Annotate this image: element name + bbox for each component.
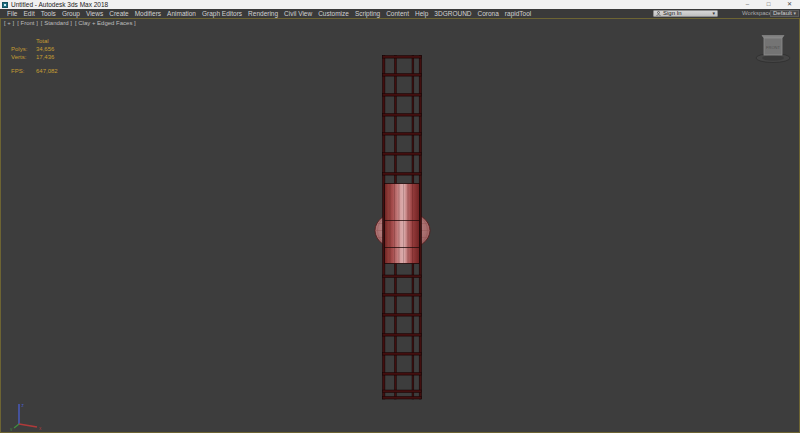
menu-file[interactable]: File: [6, 9, 18, 18]
sign-in-button[interactable]: Sign In ▾: [653, 10, 718, 17]
statistics-overlay: Total Polys: 34,656 Verts: 17,436 FPS: 6…: [11, 37, 58, 75]
person-icon: [656, 11, 661, 16]
menu-customize[interactable]: Customize: [317, 9, 350, 18]
menu-animation[interactable]: Animation: [166, 9, 197, 18]
model-tower-wireframe[interactable]: [369, 51, 435, 403]
menu-scripting[interactable]: Scripting: [354, 9, 381, 18]
viewport-pov-menu[interactable]: [ Front ]: [17, 20, 38, 27]
stats-polys-label: Polys:: [11, 45, 36, 53]
menu-corona[interactable]: Corona: [477, 9, 500, 18]
sign-in-label: Sign In: [663, 10, 710, 17]
world-axis-tripod: z y x: [7, 399, 47, 431]
menu-edit[interactable]: Edit: [22, 9, 35, 18]
model-cylinder: [385, 184, 420, 264]
menu-views[interactable]: Views: [85, 9, 104, 18]
menu-bar: File Edit Tools Group Views Create Modif…: [0, 9, 800, 18]
maximize-button[interactable]: □: [758, 0, 779, 9]
close-button[interactable]: ✕: [779, 0, 800, 9]
menu-help[interactable]: Help: [414, 9, 429, 18]
viewport-shading-menu[interactable]: [ Clay + Edged Faces ]: [75, 20, 136, 27]
title-bar: Untitled - Autodesk 3ds Max 2018 – □ ✕: [0, 0, 800, 9]
minimize-button[interactable]: –: [737, 0, 758, 9]
menu-content[interactable]: Content: [385, 9, 410, 18]
menu-rendering[interactable]: Rendering: [247, 9, 279, 18]
stats-verts-row: Verts: 17,436: [11, 53, 58, 61]
viewport-renderer-menu[interactable]: [ Standard ]: [41, 20, 72, 27]
viewcube-front-face-label[interactable]: FRONT: [766, 45, 780, 50]
window-title: Untitled - Autodesk 3ds Max 2018: [11, 0, 108, 9]
menu-3dground[interactable]: 3DGROUND: [433, 9, 472, 18]
menu-create[interactable]: Create: [108, 9, 130, 18]
menu-group[interactable]: Group: [61, 9, 81, 18]
stats-polys-row: Polys: 34,656: [11, 45, 58, 53]
workspaces-value: Default: [773, 10, 793, 17]
window-controls: – □ ✕: [737, 0, 800, 9]
menu-civil-view[interactable]: Civil View: [283, 9, 313, 18]
menu-modifiers[interactable]: Modifiers: [134, 9, 162, 18]
chevron-down-icon: ▾: [793, 10, 796, 17]
view-cube[interactable]: FRONT: [751, 31, 795, 65]
sign-in-dropdown-arrow: ▾: [712, 10, 715, 17]
stats-fps-label: FPS:: [11, 67, 36, 75]
viewport-label-row: [ + ] [ Front ] [ Standard ] [ Clay + Ed…: [4, 20, 136, 27]
stats-fps-row: FPS: 647,082: [11, 67, 58, 75]
stats-total-header: Total: [11, 37, 58, 45]
stats-verts-value: 17,436: [36, 53, 54, 61]
axis-z-label: z: [22, 403, 25, 408]
workspaces-dropdown[interactable]: Default ▾: [770, 10, 799, 17]
stats-fps-value: 647,082: [36, 67, 58, 75]
viewport-general-menu[interactable]: [ + ]: [4, 20, 14, 27]
3ds-max-logo-icon: [2, 2, 8, 8]
axis-x-label: x: [39, 426, 42, 431]
stats-polys-value: 34,656: [36, 45, 54, 53]
3ds-max-window: Untitled - Autodesk 3ds Max 2018 – □ ✕ F…: [0, 0, 800, 433]
menu-rapidtool[interactable]: rapidTool: [504, 9, 532, 18]
menu-tools[interactable]: Tools: [40, 9, 57, 18]
axis-y-label: y: [10, 427, 13, 432]
front-viewport[interactable]: [ + ] [ Front ] [ Standard ] [ Clay + Ed…: [0, 18, 800, 433]
stats-verts-label: Verts:: [11, 53, 36, 61]
menu-graph-editors[interactable]: Graph Editors: [201, 9, 243, 18]
